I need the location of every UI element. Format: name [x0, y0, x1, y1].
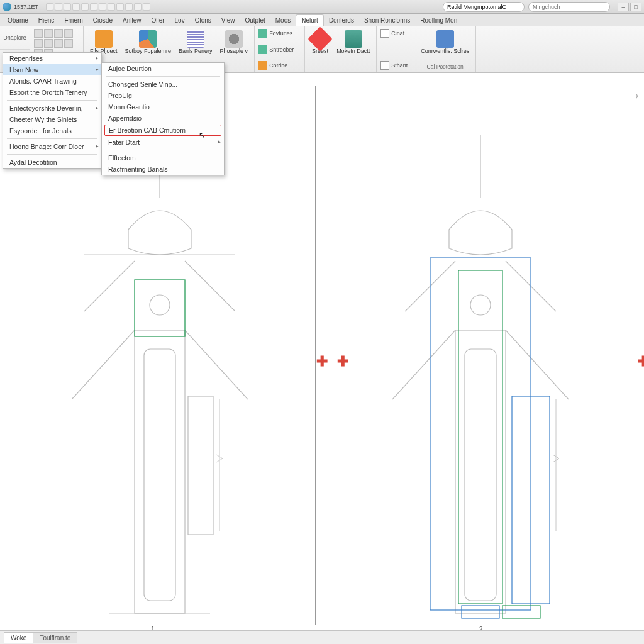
center-marker: ✚ — [337, 353, 348, 370]
maximize-button[interactable]: □ — [630, 3, 641, 11]
view-pane-after[interactable] — [325, 86, 636, 625]
ribbon-group-4: Sreest Moketn Dactt — [305, 26, 377, 72]
minimize-button[interactable]: – — [618, 3, 629, 11]
ribbon-group-6: Conrwentlis: Sclres Cal Pootetation — [414, 26, 476, 72]
save-icon[interactable] — [34, 29, 43, 38]
menu-item[interactable]: Esport the Orortch Ternery — [3, 87, 101, 98]
svg-point-1 — [150, 295, 170, 315]
menu-item[interactable]: Elftectom — [102, 152, 224, 164]
menu-item[interactable]: Fater Dtart — [102, 136, 224, 148]
window-controls: – □ — [618, 3, 641, 11]
menu-item[interactable]: Cheeter Wy the Siniets — [3, 114, 101, 125]
tool-icon[interactable] — [44, 29, 53, 38]
tab-active[interactable]: Nelurt — [296, 14, 324, 26]
center-marker: ✚ — [316, 353, 328, 370]
doc-icon — [380, 29, 389, 38]
ribbon-big-button[interactable]: Sotboy Fopalemre — [123, 29, 174, 56]
ribbon-item[interactable]: Fovturies — [258, 29, 301, 38]
drawing-before — [47, 135, 273, 619]
tool-icon[interactable] — [34, 39, 43, 48]
qat-btn[interactable] — [64, 3, 71, 11]
tab[interactable]: Outplet — [240, 15, 270, 26]
bottom-tab[interactable]: Woke — [4, 632, 33, 643]
svg-rect-3 — [144, 349, 175, 601]
svg-rect-2 — [135, 330, 185, 613]
svg-rect-11 — [455, 330, 506, 613]
qat-btn[interactable] — [134, 3, 142, 11]
ribbon-group-3: Fovturies Sntrecber Cotrine — [255, 26, 305, 72]
menu-separator — [7, 100, 97, 101]
ribbon-big-button[interactable]: Moketn Dactt — [334, 29, 372, 56]
context-menu-b: Aujoc Deurtlon Chonsged Senle Vinp... Pr… — [101, 62, 225, 175]
menu-item[interactable]: Alonds. CAAR Trawing — [3, 75, 101, 87]
comment-icon — [436, 30, 454, 48]
menu-item[interactable]: Hoong Bnage: Corr Dloer — [3, 141, 101, 152]
ribbon-big-button[interactable]: Conrwentlis: Sclres — [418, 29, 472, 56]
grid-icon — [187, 30, 204, 48]
ribbon-item[interactable]: Cotrine — [258, 61, 301, 70]
tab[interactable]: Ciosde — [88, 15, 118, 26]
ribbon-left-top[interactable]: Dnaplore — [0, 26, 30, 50]
menu-item[interactable]: Racfrnenting Banals — [102, 164, 224, 175]
tab[interactable]: Lov — [170, 15, 190, 26]
menu-item[interactable]: PrepUlg — [102, 90, 224, 101]
menu-separator — [7, 138, 97, 139]
qat-btn[interactable] — [55, 3, 62, 11]
menu-item[interactable]: Repenrises — [3, 53, 101, 64]
qat-btn[interactable] — [99, 3, 106, 11]
menu-separator — [106, 150, 220, 150]
menu-item[interactable]: Chonsged Senle Vinp... — [102, 79, 224, 90]
tool-icon[interactable] — [54, 29, 63, 38]
qat-btn[interactable] — [125, 3, 133, 11]
svg-rect-12 — [465, 349, 496, 601]
svg-rect-5 — [188, 396, 213, 535]
menu-item[interactable]: Entectoyorshke Deverlin, — [3, 103, 101, 114]
tab[interactable]: Anllew — [118, 15, 146, 26]
tab[interactable]: Donlerds — [324, 15, 359, 26]
menu-item[interactable]: Esyoordett for Jenals — [3, 125, 101, 136]
tab[interactable]: Olons — [190, 15, 216, 26]
tab[interactable]: Obame — [3, 15, 33, 26]
qat-btn[interactable] — [143, 3, 150, 11]
search-input-left[interactable] — [443, 2, 525, 12]
tool-icon[interactable] — [64, 39, 73, 48]
ribbon-big-button[interactable]: Banls Penery — [176, 29, 215, 56]
qat-btn[interactable] — [90, 3, 97, 11]
bottom-tab[interactable]: Toulfiran.to — [33, 632, 77, 643]
qat-btn[interactable] — [108, 3, 115, 11]
tab[interactable]: Oller — [146, 15, 169, 26]
center-marker: ✚ — [638, 353, 644, 370]
qat-btn[interactable] — [81, 3, 89, 11]
tab[interactable]: Vlew — [216, 15, 240, 26]
tab[interactable]: Hienc — [33, 15, 60, 26]
ribbon-item[interactable]: Sntrecber — [258, 45, 301, 54]
menu-item-active[interactable]: Llsm Now — [3, 64, 101, 75]
star-icon — [258, 29, 267, 38]
tab[interactable]: Shon Ronclorins — [359, 15, 415, 26]
search-input-right[interactable] — [528, 2, 610, 12]
qat-btn[interactable] — [72, 3, 80, 11]
ribbon-big-button[interactable]: Phosaple v — [218, 29, 251, 56]
menu-item[interactable]: Aujoc Deurtlon — [102, 63, 224, 74]
tool-icon[interactable] — [54, 39, 63, 48]
svg-rect-13 — [430, 258, 531, 610]
menu-item[interactable]: Aydal Decotition — [3, 157, 101, 168]
context-menu-a: Repenrises Llsm Now Alonds. CAAR Trawing… — [3, 52, 102, 169]
menu-item[interactable]: Apperridsio — [102, 113, 224, 124]
quick-access-toolbar — [46, 3, 150, 11]
tab[interactable]: Frnern — [59, 15, 87, 26]
app-icon — [3, 3, 11, 11]
tab[interactable]: Roolfing Mon — [415, 15, 462, 26]
qat-btn[interactable] — [46, 3, 53, 11]
ribbon-item[interactable]: Sthant — [380, 61, 410, 70]
menu-item[interactable]: Monn Geantio — [102, 101, 224, 113]
group-label: Cal Pootetation — [418, 64, 472, 70]
ribbon-item[interactable]: Cinat — [380, 29, 410, 38]
qat-btn[interactable] — [116, 3, 124, 11]
tool-icon[interactable] — [44, 39, 53, 48]
ribbon-big-button[interactable]: Sreest — [309, 29, 331, 56]
document-title: 1537.1ET — [14, 4, 38, 10]
tool-icon[interactable] — [64, 29, 73, 38]
tab[interactable]: Moos — [270, 15, 296, 26]
titlebar: 1537.1ET – □ — [0, 0, 644, 14]
